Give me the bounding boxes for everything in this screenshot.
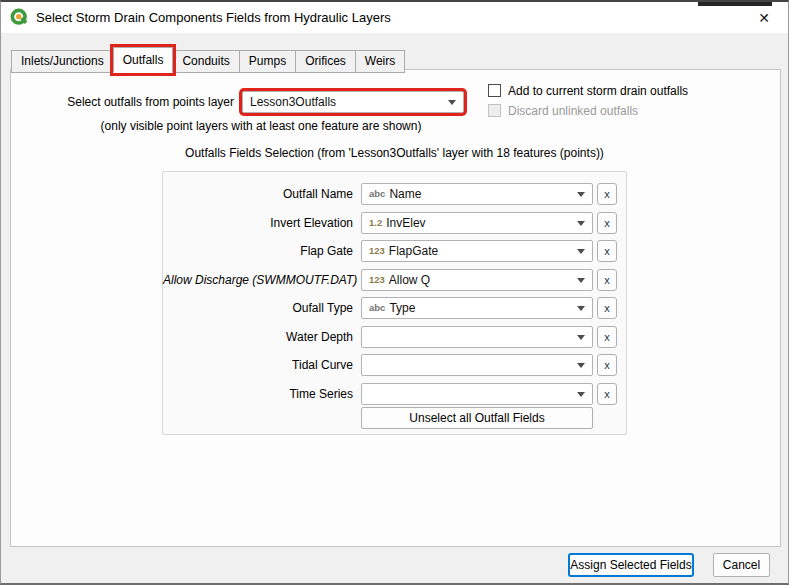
tab-outfalls[interactable]: Outfalls (113, 47, 174, 73)
field-combobox-tidal-curve[interactable] (361, 354, 593, 376)
field-label-water-depth: Water Depth (163, 326, 353, 348)
assign-selected-fields-button[interactable]: Assign Selected Fields (568, 553, 694, 577)
layer-select-combobox[interactable]: Lesson3Outfalls (242, 91, 464, 113)
clear-field-button-allow-discharge[interactable]: x (597, 269, 617, 291)
clear-field-button-flap-gate[interactable]: x (597, 240, 617, 262)
title-bar: Select Storm Drain Components Fields fro… (1, 2, 788, 33)
field-value: Allow Q (389, 273, 430, 287)
chevron-down-icon (577, 278, 585, 283)
unselect-all-outfall-fields-button[interactable]: Unselect all Outfall Fields (361, 407, 593, 429)
field-combobox-oufall-type[interactable]: abcType (361, 297, 593, 319)
field-value: FlapGate (389, 244, 438, 258)
add-to-current-checkbox-row: Add to current storm drain outfalls (488, 83, 688, 98)
field-label-allow-discharge: Allow Discharge (SWMMOUTF.DAT) (163, 269, 353, 291)
add-to-current-checkbox[interactable] (488, 84, 501, 97)
field-combobox-allow-discharge[interactable]: 123Allow Q (361, 269, 593, 291)
chevron-down-icon (577, 192, 585, 197)
chevron-down-icon (577, 306, 585, 311)
clear-field-button-outfall-name[interactable]: x (597, 183, 617, 205)
layer-select-label: Select outfalls from points layer (11, 91, 234, 113)
add-to-current-checkbox-label: Add to current storm drain outfalls (508, 84, 688, 98)
tab-bar: Inlets/Junctions Outfalls Conduits Pumps… (11, 47, 404, 73)
discard-unlinked-checkbox-row: Discard unlinked outfalls (488, 103, 638, 118)
close-icon[interactable]: ✕ (753, 8, 775, 28)
tab-conduits[interactable]: Conduits (172, 50, 239, 73)
outfalls-tab-page: Select outfalls from points layer Lesson… (10, 69, 781, 547)
chevron-down-icon (577, 335, 585, 340)
tab-orifices[interactable]: Orifices (295, 50, 356, 73)
clear-field-button-invert-elevation[interactable]: x (597, 212, 617, 234)
storm-drain-fields-dialog: Select Storm Drain Components Fields fro… (0, 0, 789, 585)
cancel-button[interactable]: Cancel (713, 553, 770, 577)
tab-pumps[interactable]: Pumps (239, 50, 296, 73)
field-label-outfall-name: Outfall Name (163, 183, 353, 205)
field-combobox-invert-elevation[interactable]: 1.2InvElev (361, 212, 593, 234)
field-type-decimal-icon: 1.2 (369, 217, 382, 228)
discard-unlinked-checkbox (488, 104, 501, 117)
field-type-text-icon: abc (369, 188, 385, 199)
field-combobox-water-depth[interactable] (361, 326, 593, 348)
field-label-tidal-curve: Tidal Curve (163, 354, 353, 376)
tab-weirs[interactable]: Weirs (355, 50, 405, 73)
tab-inlets-junctions[interactable]: Inlets/Junctions (11, 50, 114, 73)
clear-field-button-time-series[interactable]: x (597, 383, 617, 405)
field-value: Name (389, 187, 421, 201)
field-label-oufall-type: Oufall Type (163, 297, 353, 319)
clear-field-button-water-depth[interactable]: x (597, 326, 617, 348)
field-label-flap-gate: Flap Gate (163, 240, 353, 262)
field-combobox-time-series[interactable] (361, 383, 593, 405)
discard-unlinked-checkbox-label: Discard unlinked outfalls (508, 104, 638, 118)
fields-group-title: Outfalls Fields Selection (from 'Lesson3… (162, 146, 627, 160)
clear-field-button-tidal-curve[interactable]: x (597, 354, 617, 376)
qgis-logo-icon (10, 8, 29, 27)
chevron-down-icon (577, 221, 585, 226)
window-title: Select Storm Drain Components Fields fro… (36, 10, 391, 25)
layer-visibility-note: (only visible point layers with at least… (51, 119, 471, 133)
fields-group-frame: Outfall Name abcName x Invert Elevation … (162, 171, 627, 435)
chevron-down-icon (448, 100, 456, 105)
chevron-down-icon (577, 363, 585, 368)
chevron-down-icon (577, 392, 585, 397)
field-type-text-icon: abc (369, 302, 385, 313)
field-combobox-flap-gate[interactable]: 123FlapGate (361, 240, 593, 262)
field-type-integer-icon: 123 (369, 274, 385, 285)
field-combobox-outfall-name[interactable]: abcName (361, 183, 593, 205)
background-window-edge (698, 2, 772, 6)
layer-combobox-value: Lesson3Outfalls (250, 95, 336, 109)
field-value: Type (389, 301, 415, 315)
field-value: InvElev (386, 216, 425, 230)
field-label-time-series: Time Series (163, 383, 353, 405)
clear-field-button-oufall-type[interactable]: x (597, 297, 617, 319)
chevron-down-icon (577, 249, 585, 254)
field-type-integer-icon: 123 (369, 245, 385, 256)
field-label-invert-elevation: Invert Elevation (163, 212, 353, 234)
